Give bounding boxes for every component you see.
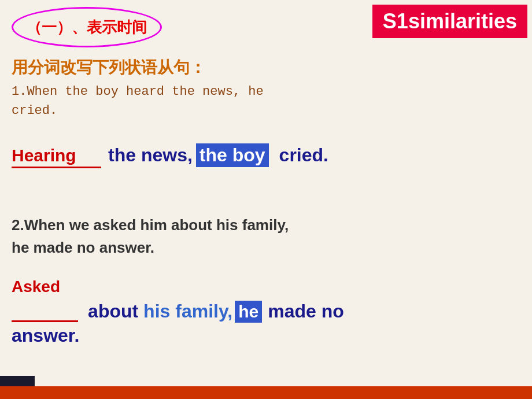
- oval-text: （一）、表示时间: [27, 17, 147, 38]
- sentence2-line1: 2.When we asked him about his family,: [12, 214, 289, 237]
- s1-similarities-badge: S1similarities: [372, 5, 527, 38]
- answer2-container: Asked about his family, he made no answe…: [12, 278, 344, 346]
- chinese-instruction: 用分词改写下列状语从句：: [12, 57, 206, 79]
- answer-asked-word: Asked: [12, 278, 344, 296]
- answer-line1-container: Hearing the news, the boy cried.: [12, 143, 328, 168]
- answer2-about: about: [83, 301, 143, 322]
- sentence1-line1: 1.When the boy heard the news, he: [12, 82, 264, 101]
- sentence2-line2: he made no answer.: [12, 237, 289, 259]
- answer2-made-no: made no: [268, 301, 344, 322]
- sentence2: 2.When we asked him about his family, he…: [12, 214, 289, 259]
- answer1-the-news: the news,: [108, 145, 193, 166]
- answer2-family: his family,: [143, 301, 232, 322]
- highlight-the-boy: the boy: [196, 143, 269, 167]
- sentence1: 1.When the boy heard the news, he cried.: [12, 82, 264, 120]
- answer2-row2: answer.: [12, 325, 344, 346]
- answer2-row1: about his family, he made no: [12, 301, 344, 323]
- answer-hearing-word: Hearing: [12, 146, 101, 168]
- section-oval: （一）、表示时间: [12, 7, 162, 47]
- answer2-answer: answer.: [12, 325, 79, 346]
- sentence1-line2: cried.: [12, 101, 264, 120]
- answer1-cried: cried.: [279, 145, 328, 166]
- highlight-he: he: [235, 301, 262, 323]
- bottom-bar-red: [0, 386, 532, 399]
- answer2-blank: [12, 310, 78, 322]
